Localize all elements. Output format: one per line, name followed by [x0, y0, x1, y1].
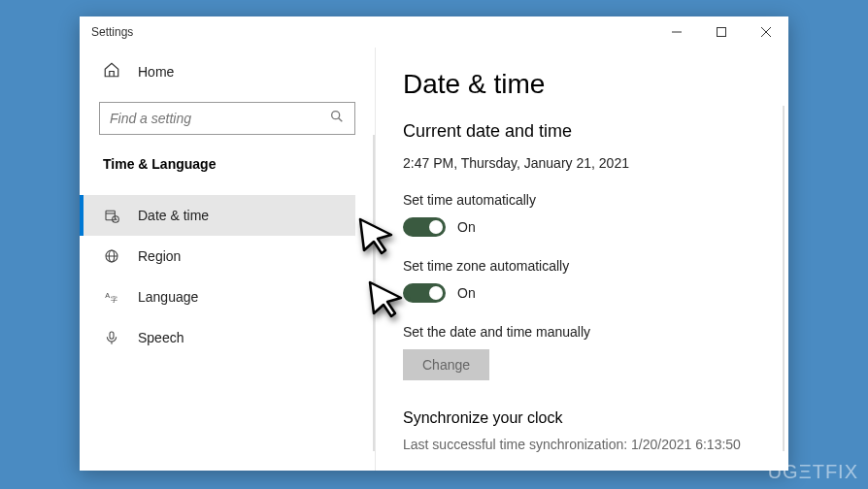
- watermark: UGΞTFIX: [768, 461, 858, 483]
- sidebar-item-language[interactable]: A字 Language: [80, 277, 355, 317]
- set-tz-auto-label: Set time zone automatically: [403, 258, 788, 274]
- set-time-auto-toggle[interactable]: [403, 217, 446, 237]
- set-time-auto-toggle-row: On: [403, 217, 788, 237]
- search-box[interactable]: [99, 102, 355, 135]
- globe-icon: [103, 247, 120, 265]
- close-icon: [761, 27, 771, 37]
- settings-window: Settings Home: [80, 16, 788, 471]
- sidebar-item-label: Date & time: [138, 208, 209, 223]
- svg-line-10: [116, 219, 117, 220]
- sidebar-section-title: Time & Language: [99, 156, 355, 172]
- svg-line-5: [339, 118, 343, 122]
- svg-text:字: 字: [111, 296, 117, 303]
- current-datetime-heading: Current date and time: [403, 121, 788, 142]
- sync-subtext: Last successful time synchronization: 1/…: [403, 437, 788, 452]
- calendar-clock-icon: [103, 207, 120, 224]
- sidebar: Home Time & Language Date & time Reg: [80, 48, 376, 471]
- home-icon: [103, 61, 120, 82]
- set-manual-label: Set the date and time manually: [403, 324, 788, 340]
- set-tz-auto-toggle-row: On: [403, 283, 788, 303]
- minimize-button[interactable]: [654, 16, 699, 48]
- change-button[interactable]: Change: [403, 349, 489, 380]
- window-body: Home Time & Language Date & time Reg: [80, 48, 788, 471]
- annotation-cursor-icon: [352, 212, 399, 262]
- titlebar: Settings: [80, 16, 788, 48]
- svg-text:A: A: [105, 291, 110, 300]
- svg-rect-1: [718, 28, 726, 37]
- sidebar-item-label: Language: [138, 289, 198, 305]
- minimize-icon: [672, 27, 682, 37]
- sidebar-item-speech[interactable]: Speech: [80, 317, 355, 358]
- microphone-icon: [103, 329, 120, 346]
- language-icon: A字: [103, 288, 120, 306]
- sync-heading: Synchronize your clock: [403, 409, 788, 427]
- current-datetime-value: 2:47 PM, Thursday, January 21, 2021: [403, 155, 788, 171]
- maximize-icon: [717, 27, 726, 37]
- set-tz-auto-toggle[interactable]: [403, 283, 446, 303]
- svg-rect-6: [106, 211, 115, 219]
- annotation-cursor-icon: [362, 275, 409, 325]
- svg-rect-16: [110, 332, 114, 339]
- sidebar-item-date-time[interactable]: Date & time: [80, 195, 355, 236]
- maximize-button[interactable]: [699, 16, 744, 48]
- set-time-auto-state: On: [457, 219, 476, 235]
- set-time-auto-label: Set time automatically: [403, 192, 788, 208]
- sidebar-item-label: Speech: [138, 330, 184, 345]
- window-controls: [654, 16, 788, 48]
- content-area: Date & time Current date and time 2:47 P…: [376, 48, 788, 471]
- search-icon: [329, 109, 345, 128]
- search-input[interactable]: [110, 111, 323, 126]
- sidebar-item-label: Region: [138, 248, 181, 264]
- scrollbar-track[interactable]: [783, 106, 785, 451]
- set-tz-auto-state: On: [457, 285, 476, 301]
- close-button[interactable]: [744, 16, 788, 48]
- window-title: Settings: [91, 25, 133, 39]
- home-label: Home: [138, 64, 174, 80]
- page-title: Date & time: [403, 69, 788, 100]
- svg-point-4: [332, 112, 340, 119]
- home-nav[interactable]: Home: [99, 48, 355, 102]
- sidebar-item-region[interactable]: Region: [80, 236, 355, 277]
